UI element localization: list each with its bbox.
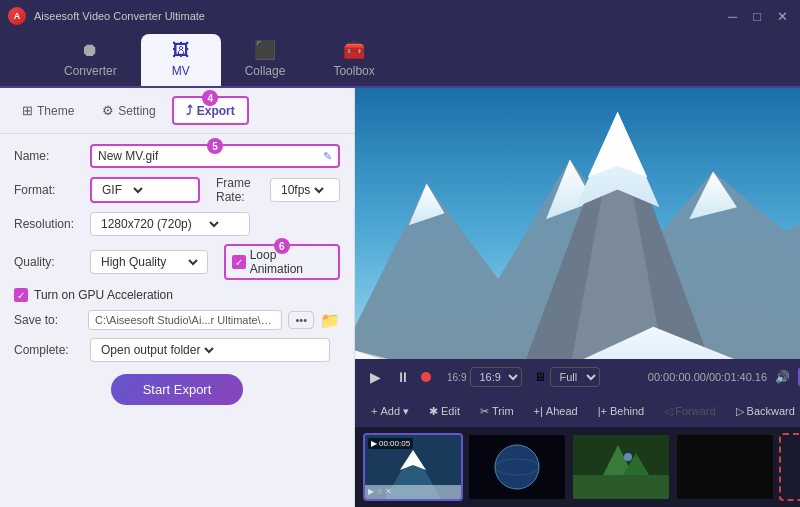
film-star-icon[interactable]: ☆ [376,487,383,496]
export-icon: ⤴ [186,103,193,118]
edit-button[interactable]: ✱ Edit [421,402,468,421]
loop-animation-checkbox[interactable] [232,255,246,269]
behind-icon: |+ [598,405,607,417]
forward-label: Forward [675,405,715,417]
film-thumb-3[interactable] [571,433,671,501]
volume-icon[interactable]: 🔊 [775,370,790,384]
film-thumb-1[interactable]: ▶ 00:00:05 ▶ ☆ ✕ [363,433,463,501]
resolution-label: Resolution: [14,217,82,231]
trim-icon: ✂ [480,405,489,418]
close-button[interactable]: ✕ [773,7,792,26]
title-bar: A Aiseesoft Video Converter Ultimate ─ □… [0,0,800,32]
maximize-button[interactable]: □ [749,7,765,26]
record-indicator [421,372,431,382]
tab-mv-label: MV [172,64,190,78]
converter-icon: ⏺ [81,40,99,61]
frame-rate-dropdown[interactable]: 10fps 15fps 24fps 30fps [277,182,327,198]
add-button[interactable]: + Add ▾ [363,402,417,421]
frame-rate-label: Frame Rate: [216,176,262,204]
ahead-button[interactable]: +| Ahead [526,402,586,420]
svg-rect-25 [677,435,773,499]
name-step-badge: 5 [207,138,223,154]
bottom-toolbar: + Add ▾ ✱ Edit ✂ Trim +| Ahead |+ Behind… [355,395,800,427]
backward-button[interactable]: ▷ Backward [728,402,800,421]
window-controls[interactable]: ─ □ ✕ [724,7,792,26]
svg-point-24 [624,453,632,461]
forward-button[interactable]: ◁ Forward [656,402,723,421]
tab-toolbox[interactable]: 🧰 Toolbox [309,33,398,86]
filmstrip: ▶ 00:00:05 ▶ ☆ ✕ [355,427,800,507]
browse-folder-button[interactable]: 📁 [320,311,340,330]
loop-animation-label: Loop Animation [250,248,332,276]
resolution-select[interactable]: 1280x720 (720p) 1920x1080 (1080p) 854x48… [90,212,250,236]
quality-dropdown[interactable]: High Quality Medium Quality Low Quality [97,254,201,270]
backward-label: Backward [747,405,795,417]
quality-step-badge: 6 [274,238,290,254]
complete-label: Complete: [14,343,82,357]
toolbox-icon: 🧰 [343,39,365,61]
add-icon: + [371,405,377,417]
frame-rate-select[interactable]: 10fps 15fps 24fps 30fps [270,178,340,202]
tab-collage-label: Collage [245,64,286,78]
gpu-checkbox[interactable] [14,288,28,302]
svg-rect-21 [573,475,669,499]
monitor-icon: 🖥 [534,370,546,384]
left-tabs: ⊞ Theme ⚙ Setting 4 ⤴ Export [0,88,354,134]
film-thumb-4[interactable] [675,433,775,501]
time-display: 00:00:00.00/00:01:40.16 [608,371,767,383]
loop-animation-box[interactable]: 6 Loop Animation [224,244,340,280]
save-path: C:\Aiseesoft Studio\Ai...r Ultimate\MV E… [88,310,282,330]
backward-icon: ▷ [736,405,744,418]
quality-label: Quality: [14,255,82,269]
tab-export[interactable]: 4 ⤴ Export [172,96,249,125]
save-path-dots-button[interactable]: ••• [288,311,314,329]
tab-toolbox-label: Toolbox [333,64,374,78]
name-label: Name: [14,149,82,163]
export-step-badge: 4 [202,90,218,106]
tab-setting[interactable]: ⚙ Setting [90,98,167,123]
edit-label: Edit [441,405,460,417]
complete-select[interactable]: Open output folder Do nothing [90,338,330,362]
collage-icon: ⬛ [254,39,276,61]
resolution-dropdown[interactable]: 1280x720 (720p) 1920x1080 (1080p) 854x48… [97,216,222,232]
quality-row: Quality: High Quality Medium Quality Low… [14,244,340,280]
format-label: Format: [14,183,82,197]
video-icon: ▶ [371,439,377,448]
fullscreen-select[interactable]: Full Half [550,367,600,387]
start-export-left-button[interactable]: Start Export [111,374,244,405]
complete-dropdown[interactable]: Open output folder Do nothing [97,342,217,358]
film-thumb-2[interactable] [467,433,567,501]
video-controls-bar: ▶ ⏸ 16:9 16:9 4:3 1:1 🖥 Full Half 00:00:… [355,359,800,395]
edit-icon[interactable]: ✎ [323,150,332,163]
app-title: Aiseesoft Video Converter Ultimate [34,10,724,22]
quality-select[interactable]: High Quality Medium Quality Low Quality [90,250,208,274]
film-delete-icon[interactable]: ✕ [385,487,392,496]
format-dropdown[interactable]: GIF MP4 MOV [98,182,146,198]
ahead-label: Ahead [546,405,578,417]
tab-converter[interactable]: ⏺ Converter [40,34,141,86]
minimize-button[interactable]: ─ [724,7,741,26]
tab-collage[interactable]: ⬛ Collage [221,33,310,86]
behind-button[interactable]: |+ Behind [590,402,653,420]
film-controls-1: ▶ ☆ ✕ [368,487,392,496]
ahead-icon: +| [534,405,543,417]
name-row: Name: 5 ✎ [14,144,340,168]
aspect-ratio-label: 16:9 [447,372,466,383]
name-value-box[interactable]: 5 ✎ [90,144,340,168]
theme-icon: ⊞ [22,103,33,118]
pause-button[interactable]: ⏸ [393,367,413,387]
trim-label: Trim [492,405,514,417]
app-logo: A [8,7,26,25]
film-duration-1: 00:00:05 [379,439,410,448]
complete-row: Complete: Open output folder Do nothing [14,338,340,362]
film-play-icon[interactable]: ▶ [368,487,374,496]
aspect-ratio-select[interactable]: 16:9 4:3 1:1 [470,367,522,387]
tab-theme[interactable]: ⊞ Theme [10,98,86,123]
tab-mv[interactable]: 🖼 MV [141,34,221,86]
format-select[interactable]: GIF MP4 MOV [90,177,200,203]
add-media-button[interactable]: + [779,433,800,501]
add-chevron-icon: ▾ [403,405,409,418]
setting-icon: ⚙ [102,103,114,118]
trim-button[interactable]: ✂ Trim [472,402,522,421]
play-button[interactable]: ▶ [365,367,385,387]
